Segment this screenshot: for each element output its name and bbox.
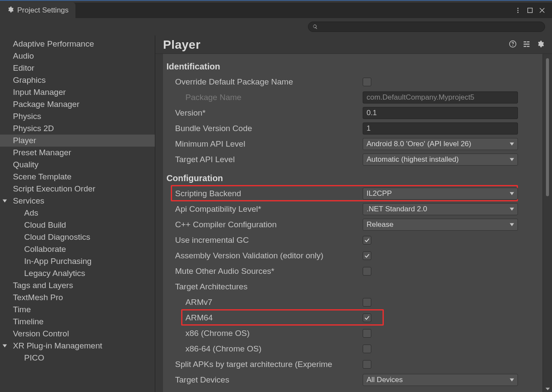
scroll-thumb[interactable] bbox=[546, 58, 549, 196]
backend-label: Scripting Backend bbox=[175, 189, 363, 198]
arm64-label: ARM64 bbox=[185, 313, 363, 323]
mute-label: Mute Other Audio Sources* bbox=[175, 267, 363, 276]
svg-point-1 bbox=[518, 10, 519, 11]
sidebar-item-label: TextMesh Pro bbox=[13, 293, 63, 302]
main-header: Player bbox=[155, 35, 552, 54]
sidebar-item-label: Physics 2D bbox=[13, 124, 54, 133]
sidebar-item-quality[interactable]: Quality bbox=[0, 159, 155, 171]
arm64-checkbox[interactable] bbox=[363, 314, 371, 322]
sidebar-item-label: Collaborate bbox=[24, 245, 66, 254]
maximize-icon[interactable] bbox=[526, 6, 534, 14]
version-field[interactable]: 0.1 bbox=[363, 107, 518, 119]
sidebar-item-label: PICO bbox=[24, 353, 44, 362]
sidebar-item-scene-template[interactable]: Scene Template bbox=[0, 171, 155, 183]
minapi-dropdown[interactable]: Android 8.0 'Oreo' (API level 26) bbox=[363, 138, 518, 150]
sidebar-item-cloud-diagnostics[interactable]: Cloud Diagnostics bbox=[0, 231, 155, 243]
search-input[interactable] bbox=[308, 22, 545, 32]
sidebar-item-graphics[interactable]: Graphics bbox=[0, 74, 155, 86]
override-package-label: Override Default Package Name bbox=[175, 77, 363, 87]
sidebar-item-preset-manager[interactable]: Preset Manager bbox=[0, 147, 155, 159]
svg-rect-8 bbox=[524, 41, 526, 42]
x86-checkbox[interactable] bbox=[363, 329, 371, 338]
avv-label: Assembly Version Validation (editor only… bbox=[175, 251, 363, 260]
sidebar-item-player[interactable]: Player bbox=[0, 135, 155, 147]
mute-checkbox[interactable] bbox=[363, 267, 371, 276]
sidebar-item-services[interactable]: Services bbox=[0, 195, 155, 207]
sidebar-item-audio[interactable]: Audio bbox=[0, 50, 155, 62]
sidebar-item-editor[interactable]: Editor bbox=[0, 62, 155, 74]
gc-checkbox[interactable] bbox=[363, 236, 371, 245]
sidebar-item-tags-and-layers[interactable]: Tags and Layers bbox=[0, 279, 155, 292]
scroll-down-icon[interactable] bbox=[546, 388, 550, 390]
sidebar-item-timeline[interactable]: Timeline bbox=[0, 316, 155, 328]
sidebar-item-label: Physics bbox=[13, 112, 41, 121]
sidebar-item-label: Quality bbox=[13, 160, 38, 169]
split-checkbox[interactable] bbox=[363, 360, 371, 369]
chevron-down-icon bbox=[3, 345, 7, 348]
search-row bbox=[0, 18, 552, 35]
preset-icon[interactable] bbox=[523, 40, 530, 50]
section-configuration: Configuration bbox=[163, 171, 543, 186]
sidebar-item-label: XR Plug-in Management bbox=[13, 341, 102, 350]
chevron-down-icon bbox=[510, 158, 514, 161]
tab-project-settings[interactable]: Project Settings bbox=[0, 3, 75, 18]
sidebar-item-ads[interactable]: Ads bbox=[0, 207, 155, 219]
svg-point-7 bbox=[512, 45, 513, 46]
chevron-down-icon bbox=[510, 208, 514, 211]
apicompat-dropdown[interactable]: .NET Standard 2.0 bbox=[363, 203, 518, 215]
x8664-checkbox[interactable] bbox=[363, 345, 371, 353]
sidebar: Adaptive PerformanceAudioEditorGraphicsI… bbox=[0, 35, 155, 392]
svg-rect-3 bbox=[528, 8, 533, 13]
sidebar-item-package-manager[interactable]: Package Manager bbox=[0, 98, 155, 110]
package-name-field[interactable]: com.DefaultCompany.Myproject5 bbox=[363, 91, 518, 103]
sidebar-item-pico[interactable]: PICO bbox=[0, 352, 155, 364]
sidebar-item-collaborate[interactable]: Collaborate bbox=[0, 243, 155, 255]
sidebar-item-version-control[interactable]: Version Control bbox=[0, 328, 155, 340]
sidebar-item-label: Graphics bbox=[13, 75, 46, 85]
bvc-field[interactable]: 1 bbox=[363, 122, 518, 135]
svg-point-0 bbox=[518, 8, 519, 9]
sidebar-item-time[interactable]: Time bbox=[0, 304, 155, 316]
svg-rect-12 bbox=[527, 46, 530, 47]
settings-gear-icon[interactable] bbox=[536, 40, 544, 50]
tgtdev-dropdown[interactable]: All Devices bbox=[363, 374, 518, 386]
sidebar-item-textmesh-pro[interactable]: TextMesh Pro bbox=[0, 292, 155, 304]
sidebar-item-label: Adaptive Performance bbox=[13, 39, 94, 48]
sidebar-item-cloud-build[interactable]: Cloud Build bbox=[0, 219, 155, 231]
kebab-menu-icon[interactable] bbox=[514, 6, 522, 14]
tgtapi-dropdown[interactable]: Automatic (highest installed) bbox=[363, 154, 518, 166]
scrollbar[interactable] bbox=[543, 54, 552, 392]
bvc-label: Bundle Version Code bbox=[175, 124, 363, 133]
search-icon bbox=[313, 24, 318, 29]
sidebar-item-input-manager[interactable]: Input Manager bbox=[0, 86, 155, 98]
sidebar-item-xr-plug-in-management[interactable]: XR Plug-in Management bbox=[0, 340, 155, 352]
sidebar-item-label: Cloud Diagnostics bbox=[24, 232, 90, 241]
sidebar-item-adaptive-performance[interactable]: Adaptive Performance bbox=[0, 38, 155, 50]
sidebar-item-label: Tags and Layers bbox=[13, 281, 73, 290]
sidebar-item-physics[interactable]: Physics bbox=[0, 110, 155, 122]
tgtdev-label: Target Devices bbox=[175, 375, 363, 385]
x86-label: x86 (Chrome OS) bbox=[185, 329, 363, 338]
sidebar-item-in-app-purchasing[interactable]: In-App Purchasing bbox=[0, 255, 155, 267]
sidebar-item-label: Services bbox=[13, 196, 44, 205]
sidebar-item-label: Legacy Analytics bbox=[24, 269, 85, 278]
cpp-dropdown[interactable]: Release bbox=[363, 219, 518, 231]
close-icon[interactable] bbox=[538, 6, 546, 14]
sidebar-item-script-execution-order[interactable]: Script Execution Order bbox=[0, 183, 155, 195]
sidebar-item-label: Scene Template bbox=[13, 172, 72, 181]
sidebar-item-label: Ads bbox=[24, 208, 38, 217]
override-package-checkbox[interactable] bbox=[363, 78, 371, 86]
cpp-label: C++ Compiler Configuration bbox=[175, 220, 363, 229]
chevron-down-icon bbox=[510, 379, 514, 382]
sidebar-item-label: Time bbox=[13, 305, 31, 314]
apicompat-label: Api Compatibility Level* bbox=[175, 204, 363, 214]
sidebar-item-label: Audio bbox=[13, 51, 34, 60]
armv7-checkbox[interactable] bbox=[363, 298, 371, 307]
sidebar-item-legacy-analytics[interactable]: Legacy Analytics bbox=[0, 267, 155, 279]
backend-dropdown[interactable]: IL2CPP bbox=[363, 188, 518, 200]
sidebar-item-label: Player bbox=[13, 136, 36, 145]
avv-checkbox[interactable] bbox=[363, 251, 371, 260]
sidebar-item-label: Input Manager bbox=[13, 88, 66, 97]
help-icon[interactable] bbox=[509, 40, 517, 50]
sidebar-item-physics-2d[interactable]: Physics 2D bbox=[0, 122, 155, 135]
